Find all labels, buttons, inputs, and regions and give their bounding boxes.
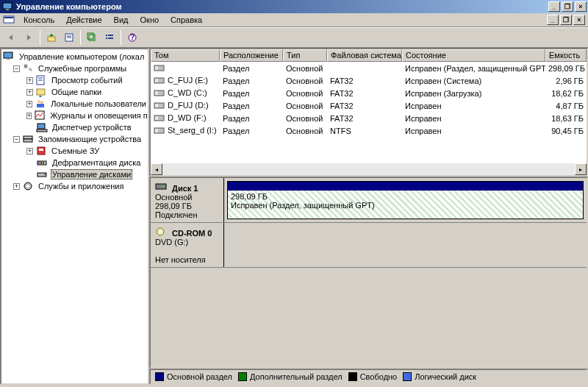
main-area: Управление компьютером (локал − Служебны… bbox=[0, 48, 588, 385]
minimize-button[interactable]: _ bbox=[548, 1, 560, 12]
cell-capacity: 18,63 ГБ bbox=[545, 113, 587, 124]
mdi-close-button[interactable]: × bbox=[573, 15, 585, 25]
mdi-restore-button[interactable]: ❐ bbox=[560, 15, 572, 25]
svg-rect-1 bbox=[6, 9, 9, 10]
menu-help[interactable]: Справка bbox=[165, 14, 208, 26]
volume-list[interactable]: Том Расположение Тип Файловая система Со… bbox=[149, 48, 588, 177]
tree-root[interactable]: Управление компьютером (локал bbox=[1, 51, 148, 63]
list-button[interactable] bbox=[101, 29, 118, 46]
up-button[interactable] bbox=[43, 29, 60, 46]
tree-services[interactable]: + Службы и приложения bbox=[1, 180, 148, 192]
tree-disk-mgmt[interactable]: Управление дисками bbox=[1, 168, 148, 180]
menu-view[interactable]: Вид bbox=[108, 14, 135, 26]
mdi-minimize-button[interactable]: _ bbox=[547, 15, 559, 25]
col-layout[interactable]: Расположение bbox=[220, 49, 283, 62]
close-button[interactable]: × bbox=[575, 1, 587, 12]
cell-status: Исправен bbox=[402, 113, 545, 124]
expand-icon[interactable]: + bbox=[26, 77, 33, 84]
tree-storage[interactable]: − Запоминающие устройства bbox=[1, 133, 148, 145]
tree-event-viewer[interactable]: + Просмотр событий bbox=[1, 74, 148, 86]
device-manager-icon bbox=[36, 121, 48, 133]
volume-row[interactable]: C_FUJ (E:)РазделОсновнойFAT32Исправен (С… bbox=[151, 74, 587, 87]
cell-type: Основной bbox=[283, 101, 327, 111]
volume-icon bbox=[154, 114, 165, 123]
shared-folder-icon bbox=[35, 86, 47, 98]
col-capacity[interactable]: Емкость bbox=[545, 49, 587, 62]
app-icon bbox=[1, 1, 13, 13]
cell-type: Основной bbox=[283, 88, 327, 99]
col-status[interactable]: Состояние bbox=[402, 49, 545, 62]
svg-rect-46 bbox=[155, 91, 158, 95]
cdrom-type: DVD (G:) bbox=[155, 238, 188, 246]
tree-shared-folders[interactable]: + Общие папки bbox=[1, 86, 148, 98]
menubar: Консоль Действие Вид Окно Справка _ ❐ × bbox=[0, 13, 588, 27]
tree-defrag[interactable]: Дефрагментация диска bbox=[1, 157, 148, 168]
expand-icon[interactable]: + bbox=[26, 101, 32, 107]
title-text: Управление компьютером bbox=[16, 2, 122, 11]
cdrom-state: Нет носителя bbox=[155, 255, 206, 264]
cdrom-icon bbox=[155, 226, 167, 238]
tree-defrag-label: Дефрагментация диска bbox=[51, 157, 142, 168]
scroll-right-button[interactable]: ▸ bbox=[575, 163, 587, 175]
col-type[interactable]: Тип bbox=[283, 49, 327, 62]
volume-row[interactable]: D_WD (F:)РазделОсновнойFAT32Исправен18,6… bbox=[151, 112, 587, 124]
tree-system-tools[interactable]: − Служебные программы bbox=[1, 63, 148, 74]
volume-row[interactable]: St_serg_d (I:)РазделОсновнойNTFSИсправен… bbox=[151, 124, 587, 137]
disk-graphic-panel[interactable]: Диск 1 Основной 298,09 ГБ Подключен 298,… bbox=[149, 177, 588, 369]
legend: Основной раздел Дополнительный раздел Св… bbox=[149, 369, 588, 385]
expand-icon[interactable]: + bbox=[26, 113, 32, 119]
volume-row[interactable]: D_FUJ (D:)РазделОсновнойFAT32Исправен4,8… bbox=[151, 99, 587, 112]
col-volume[interactable]: Том bbox=[151, 49, 220, 62]
collapse-icon[interactable]: − bbox=[13, 136, 20, 143]
disk-1-partition[interactable]: 298,09 ГБ Исправен (Раздел, защищенный G… bbox=[227, 181, 584, 219]
tree-panel[interactable]: Управление компьютером (локал − Служебны… bbox=[0, 48, 149, 385]
collapse-icon[interactable]: − bbox=[13, 65, 20, 72]
tree-perf-logs[interactable]: + Журналы и оповещения пр bbox=[1, 110, 148, 121]
svg-rect-9 bbox=[87, 33, 93, 39]
volume-row[interactable]: РазделОсновнойИсправен (Раздел, защищенн… bbox=[151, 62, 587, 74]
disk-1-row[interactable]: Диск 1 Основной 298,09 ГБ Подключен 298,… bbox=[151, 178, 587, 223]
tree-removable[interactable]: + Съемные ЗУ bbox=[1, 145, 148, 157]
tree-device-manager[interactable]: Диспетчер устройств bbox=[1, 121, 148, 133]
cell-fs: NTFS bbox=[327, 126, 402, 136]
event-viewer-icon bbox=[35, 74, 47, 86]
cell-type: Основной bbox=[283, 76, 327, 86]
cdrom-row[interactable]: CD-ROM 0 DVD (G:) Нет носителя bbox=[151, 223, 587, 268]
mmc-icon[interactable] bbox=[3, 14, 15, 26]
disk-icon bbox=[155, 181, 167, 193]
legend-extended: Дополнительный раздел bbox=[238, 372, 343, 381]
menu-action[interactable]: Действие bbox=[60, 14, 107, 26]
expand-icon[interactable]: + bbox=[13, 183, 20, 190]
tree-local-users[interactable]: + Локальные пользователи bbox=[1, 98, 148, 110]
scroll-left-button[interactable]: ◂ bbox=[151, 163, 162, 175]
menu-window[interactable]: Окно bbox=[135, 14, 165, 26]
menu-console[interactable]: Консоль bbox=[18, 14, 60, 26]
forward-button[interactable] bbox=[21, 29, 37, 46]
svg-rect-36 bbox=[43, 162, 44, 164]
svg-rect-12 bbox=[106, 38, 107, 39]
expand-icon[interactable]: + bbox=[26, 89, 33, 96]
tree-perf-label: Журналы и оповещения пр bbox=[49, 110, 149, 121]
cell-name: D_FUJ (D:) bbox=[151, 100, 220, 111]
cell-capacity: 298,09 ГБ bbox=[545, 63, 587, 74]
properties-button[interactable] bbox=[61, 29, 77, 46]
svg-rect-0 bbox=[3, 3, 12, 9]
partition-status: Исправен (Раздел, защищенный GPT) bbox=[231, 201, 580, 210]
refresh-button[interactable] bbox=[84, 29, 100, 46]
cell-fs: FAT32 bbox=[327, 88, 402, 99]
help-button[interactable]: ? bbox=[124, 29, 140, 46]
cell-status: Исправен (Загрузка) bbox=[402, 88, 545, 99]
volume-row[interactable]: C_WD (C:)РазделОсновнойFAT32Исправен (За… bbox=[151, 87, 587, 99]
right-panel: Том Расположение Тип Файловая система Со… bbox=[149, 48, 588, 385]
svg-rect-29 bbox=[24, 136, 32, 139]
expand-icon[interactable]: + bbox=[26, 148, 33, 155]
restore-button[interactable]: ❐ bbox=[562, 1, 573, 12]
cdrom-name: CD-ROM 0 bbox=[172, 229, 212, 238]
partition-header-stripe bbox=[228, 182, 583, 191]
diskmgmt-icon bbox=[36, 168, 48, 180]
tree-services-label: Службы и приложения bbox=[37, 181, 125, 191]
list-hscrollbar[interactable]: ◂ ▸ bbox=[151, 163, 587, 175]
cell-capacity: 2,96 ГБ bbox=[545, 76, 587, 86]
col-fs[interactable]: Файловая система bbox=[327, 49, 402, 62]
back-button[interactable] bbox=[3, 29, 19, 46]
